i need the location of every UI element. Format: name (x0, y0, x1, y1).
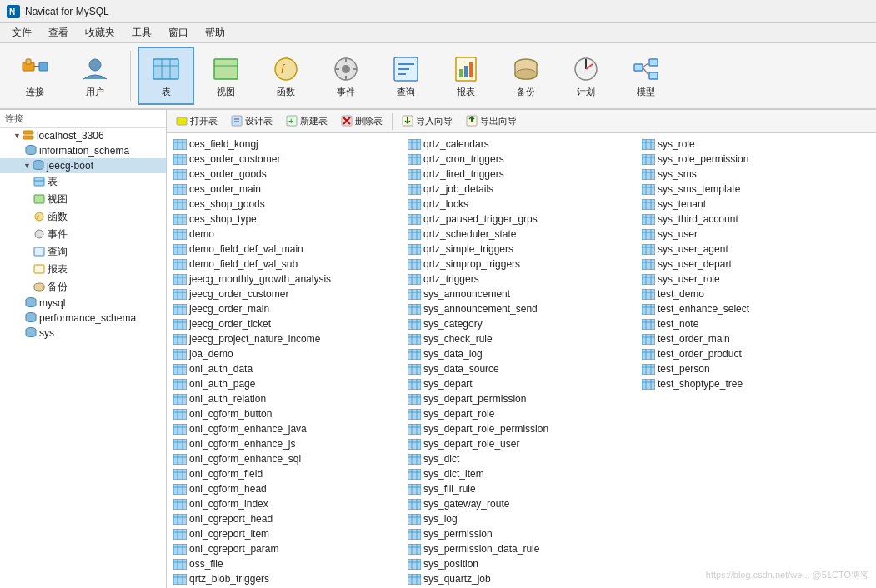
table-item-sys_category[interactable]: sys_category (404, 316, 638, 331)
table-item-qrtz_triggers[interactable]: qrtz_triggers (404, 272, 638, 287)
table-item-sys_depart_role[interactable]: sys_depart_role (404, 406, 638, 421)
table-item-ces_field_kongj[interactable]: ces_field_kongj (170, 137, 404, 152)
table-item-sys_dict_item[interactable]: sys_dict_item (404, 466, 638, 481)
table-item-sys_role[interactable]: sys_role (638, 137, 873, 152)
ct-btn-import-wizard[interactable]: 导入向导 (396, 112, 458, 131)
toolbar-btn-model[interactable]: 模型 (618, 47, 674, 105)
toolbar-btn-view[interactable]: 视图 (198, 47, 254, 105)
menu-item-文件[interactable]: 文件 (3, 24, 40, 42)
table-item-jeecg_monthly_growth_analysis[interactable]: jeecg_monthly_growth_analysis (170, 272, 404, 287)
table-item-sys_depart_permission[interactable]: sys_depart_permission (404, 391, 638, 406)
table-item-qrtz_paused_trigger_grps[interactable]: qrtz_paused_trigger_grps (404, 212, 638, 227)
table-item-ces_shop_type[interactable]: ces_shop_type (170, 212, 404, 227)
table-item-test_order_main[interactable]: test_order_main (638, 331, 873, 346)
menu-item-工具[interactable]: 工具 (123, 24, 160, 42)
toolbar-btn-function[interactable]: f函数 (258, 47, 314, 105)
sidebar-item-information_schema[interactable]: information_schema (0, 143, 166, 158)
table-item-sys_depart[interactable]: sys_depart (404, 376, 638, 391)
menu-item-窗口[interactable]: 窗口 (160, 24, 197, 42)
table-item-sys_dict[interactable]: sys_dict (404, 451, 638, 466)
table-item-demo_field_def_val_sub[interactable]: demo_field_def_val_sub (170, 257, 404, 272)
table-item-qrtz_blob_triggers[interactable]: qrtz_blob_triggers (170, 571, 404, 586)
toolbar-btn-query[interactable]: 查询 (378, 47, 434, 105)
table-item-onl_auth_page[interactable]: onl_auth_page (170, 376, 404, 391)
table-item-sys_log[interactable]: sys_log (404, 511, 638, 526)
table-item-qrtz_simprop_triggers[interactable]: qrtz_simprop_triggers (404, 257, 638, 272)
table-item-onl_cgreport_param[interactable]: onl_cgreport_param (170, 541, 404, 556)
table-item-jeecg_project_nature_income[interactable]: jeecg_project_nature_income (170, 331, 404, 346)
table-item-jeecg_order_ticket[interactable]: jeecg_order_ticket (170, 316, 404, 331)
table-item-qrtz_calendars[interactable]: qrtz_calendars (404, 137, 638, 152)
table-item-sys_role_permission[interactable]: sys_role_permission (638, 152, 873, 167)
table-item-ces_shop_goods[interactable]: ces_shop_goods (170, 197, 404, 212)
table-item-jeecg_order_customer[interactable]: jeecg_order_customer (170, 287, 404, 301)
toolbar-btn-table[interactable]: 表 (138, 47, 194, 105)
table-item-sys_data_source[interactable]: sys_data_source (404, 361, 638, 376)
table-item-test_shoptype_tree[interactable]: test_shoptype_tree (638, 376, 873, 391)
sidebar-item-func-node[interactable]: f函数 (0, 208, 166, 226)
table-item-onl_cgform_index[interactable]: onl_cgform_index (170, 496, 404, 511)
table-item-sys_user_agent[interactable]: sys_user_agent (638, 242, 873, 257)
table-item-test_demo[interactable]: test_demo (638, 287, 873, 301)
ct-btn-delete-table[interactable]: 删除表 (335, 112, 388, 131)
sidebar-item-mysql[interactable]: mysql (0, 296, 166, 311)
toolbar-btn-user[interactable]: 用户 (67, 47, 123, 105)
table-item-sys_announcement[interactable]: sys_announcement (404, 287, 638, 301)
table-item-sys_depart_role_permission[interactable]: sys_depart_role_permission (404, 421, 638, 436)
table-item-test_enhance_select[interactable]: test_enhance_select (638, 301, 873, 316)
toolbar-btn-plan[interactable]: 计划 (558, 47, 614, 105)
menu-item-收藏夹[interactable]: 收藏夹 (77, 24, 123, 42)
toolbar-btn-event[interactable]: 事件 (318, 47, 374, 105)
sidebar-item-query-node[interactable]: 查询 (0, 243, 166, 261)
table-item-sys_tenant[interactable]: sys_tenant (638, 197, 873, 212)
table-item-onl_cgform_head[interactable]: onl_cgform_head (170, 481, 404, 496)
table-item-sys_third_account[interactable]: sys_third_account (638, 212, 873, 227)
table-item-sys_announcement_send[interactable]: sys_announcement_send (404, 301, 638, 316)
table-item-sys_position[interactable]: sys_position (404, 556, 638, 571)
table-item-sys_user[interactable]: sys_user (638, 227, 873, 242)
table-item-joa_demo[interactable]: joa_demo (170, 346, 404, 361)
table-item-demo_field_def_val_main[interactable]: demo_field_def_val_main (170, 242, 404, 257)
table-item-ces_order_goods[interactable]: ces_order_goods (170, 167, 404, 182)
menu-item-查看[interactable]: 查看 (40, 24, 77, 42)
table-item-sys_check_rule[interactable]: sys_check_rule (404, 331, 638, 346)
table-item-sys_user_depart[interactable]: sys_user_depart (638, 257, 873, 272)
table-item-onl_cgform_enhance_sql[interactable]: onl_cgform_enhance_sql (170, 451, 404, 466)
sidebar-item-view-node[interactable]: 视图 (0, 191, 166, 208)
table-item-onl_cgform_enhance_js[interactable]: onl_cgform_enhance_js (170, 436, 404, 451)
table-item-sys_permission_data_rule[interactable]: sys_permission_data_rule (404, 541, 638, 556)
table-item-onl_cgreport_item[interactable]: onl_cgreport_item (170, 526, 404, 541)
table-item-qrtz_cron_triggers[interactable]: qrtz_cron_triggers (404, 152, 638, 167)
table-item-qrtz_fired_triggers[interactable]: qrtz_fired_triggers (404, 167, 638, 182)
sidebar-item-report-node[interactable]: 报表 (0, 261, 166, 278)
table-item-sys_user_role[interactable]: sys_user_role (638, 272, 873, 287)
sidebar-item-localhost_3306[interactable]: ▼localhost_3306 (0, 128, 166, 143)
table-item-qrtz_job_details[interactable]: qrtz_job_details (404, 182, 638, 197)
toolbar-btn-backup[interactable]: 备份 (498, 47, 554, 105)
table-item-sys_sms_template[interactable]: sys_sms_template (638, 182, 873, 197)
table-item-onl_cgform_enhance_java[interactable]: onl_cgform_enhance_java (170, 421, 404, 436)
table-item-sys_fill_rule[interactable]: sys_fill_rule (404, 481, 638, 496)
table-item-ces_order_main[interactable]: ces_order_main (170, 182, 404, 197)
table-item-sys_permission[interactable]: sys_permission (404, 526, 638, 541)
ct-btn-new-table[interactable]: +新建表 (280, 112, 333, 131)
table-item-jeecg_order_main[interactable]: jeecg_order_main (170, 301, 404, 316)
ct-btn-open-table[interactable]: 打开表 (170, 112, 223, 131)
table-item-ces_order_customer[interactable]: ces_order_customer (170, 152, 404, 167)
table-item-sys_data_log[interactable]: sys_data_log (404, 346, 638, 361)
sidebar-item-performance_schema[interactable]: performance_schema (0, 311, 166, 326)
table-item-onl_cgform_button[interactable]: onl_cgform_button (170, 406, 404, 421)
table-item-demo[interactable]: demo (170, 227, 404, 242)
sidebar-item-backup-node[interactable]: 备份 (0, 278, 166, 296)
sidebar-item-sys[interactable]: sys (0, 326, 166, 341)
toolbar-btn-report[interactable]: 报表 (438, 47, 494, 105)
table-item-qrtz_simple_triggers[interactable]: qrtz_simple_triggers (404, 242, 638, 257)
table-item-sys_sms[interactable]: sys_sms (638, 167, 873, 182)
menu-item-帮助[interactable]: 帮助 (197, 24, 233, 42)
table-item-test_order_product[interactable]: test_order_product (638, 346, 873, 361)
table-item-qrtz_locks[interactable]: qrtz_locks (404, 197, 638, 212)
table-item-sys_gateway_route[interactable]: sys_gateway_route (404, 496, 638, 511)
ct-btn-export-wizard[interactable]: 导出向导 (460, 112, 523, 131)
sidebar-item-jeecg-boot[interactable]: ▼jeecg-boot (0, 158, 166, 173)
ct-btn-design-table[interactable]: 设计表 (225, 112, 278, 131)
